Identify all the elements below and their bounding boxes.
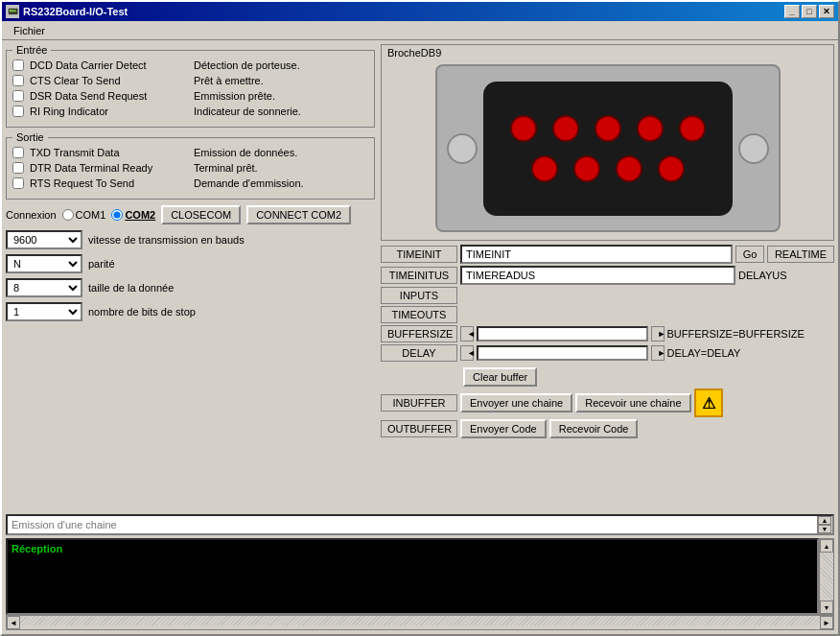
dtr-label: DTR Data Terminal Ready — [30, 162, 188, 174]
outbuffer-button[interactable]: OUTBUFFER — [381, 420, 457, 437]
dcd-label: DCD Data Carrier Detect — [30, 59, 188, 71]
reception-area: Réception — [6, 538, 819, 615]
dsr-label: DSR Data Send Request — [30, 90, 188, 102]
delay-button[interactable]: DELAY — [381, 344, 457, 362]
reception-vscrollbar: ▲ ▼ — [819, 538, 834, 615]
menu-fichier[interactable]: Fichier — [6, 23, 53, 38]
dcd-row: DCD Data Carrier Detect Détection de por… — [12, 59, 368, 71]
ri-label: RI Ring Indicator — [30, 106, 188, 117]
dsr-desc: Emmission prête. — [194, 90, 275, 102]
sortie-legend: Sortie — [12, 131, 48, 143]
pin-8 — [616, 155, 642, 182]
rts-checkbox[interactable] — [12, 177, 24, 189]
envoyer-code-button[interactable]: Envoyer Code — [460, 419, 547, 438]
title-bar: 📟 RS232Board-I/O-Test _ □ ✕ — [2, 2, 838, 21]
reception-scroll-up[interactable]: ▲ — [820, 539, 833, 553]
data-select[interactable]: 8765 — [6, 278, 82, 297]
stop-select[interactable]: 12 — [6, 302, 82, 321]
data-row: 8765 taille de la donnée — [6, 278, 375, 297]
dsr-checkbox[interactable] — [12, 90, 24, 102]
dtr-desc: Terminal prêt. — [194, 162, 258, 174]
maximize-button[interactable]: □ — [802, 5, 817, 18]
emission-input[interactable] — [8, 516, 817, 533]
ri-checkbox[interactable] — [12, 106, 24, 117]
go-button[interactable]: Go — [735, 246, 764, 263]
connexion-label: Connexion — [6, 209, 57, 221]
com2-label: COM2 — [125, 209, 155, 221]
buffersize-right-arrow[interactable]: ► — [651, 326, 665, 342]
pin-5 — [679, 115, 706, 142]
emission-scroll-down[interactable]: ▼ — [818, 525, 831, 533]
cts-label: CTS Clear To Send — [30, 75, 188, 86]
reception-container: Réception ▲ ▼ ◄ ► — [6, 538, 834, 630]
timereadus-input[interactable] — [460, 266, 735, 285]
reception-htrack — [20, 616, 820, 625]
recevoir-chaine-button[interactable]: Recevoir une chaine — [575, 393, 690, 412]
com2-radio-item: COM2 — [111, 209, 155, 221]
inputs-button[interactable]: INPUTS — [381, 287, 457, 304]
emission-scroll-up[interactable]: ▲ — [818, 516, 831, 525]
cts-checkbox[interactable] — [12, 75, 24, 86]
stop-label: nombre de bits de stop — [88, 306, 196, 318]
pin-4 — [637, 115, 664, 142]
reception-scroll-right[interactable]: ► — [820, 616, 833, 629]
delay-slider[interactable] — [477, 345, 648, 361]
window-icon: 📟 — [6, 5, 19, 18]
envoyer-chaine-button[interactable]: Envoyer une chaine — [460, 393, 572, 412]
buffersize-slider[interactable] — [477, 326, 648, 342]
com1-radio-item: COM1 — [62, 209, 106, 221]
dtr-checkbox[interactable] — [12, 162, 24, 174]
txd-row: TXD Transmit Data Emission de données. — [12, 147, 368, 158]
dsr-row: DSR Data Send Request Emmission prête. — [12, 90, 368, 102]
timeinitus-button[interactable]: TIMEINITUS — [381, 267, 457, 284]
sortie-group: Sortie TXD Transmit Data Emission de don… — [6, 131, 375, 200]
closecom-button[interactable]: CLOSECOM — [161, 205, 241, 224]
clear-buffer-button[interactable]: Clear buffer — [463, 367, 537, 387]
reception-scroll-down[interactable]: ▼ — [820, 601, 833, 614]
com2-radio[interactable] — [111, 209, 123, 221]
db9-title: BrocheDB9 — [387, 47, 828, 59]
warning-icon[interactable]: ⚠ — [694, 389, 723, 417]
dcd-checkbox[interactable] — [12, 59, 24, 71]
baud-row: 9600192003840057600115200 vitesse de tra… — [6, 230, 375, 249]
entree-group: Entrée DCD Data Carrier Detect Détection… — [6, 44, 375, 128]
connect-button[interactable]: CONNECT COM2 — [246, 205, 351, 224]
data-label: taille de la donnée — [88, 282, 174, 294]
baud-select[interactable]: 9600192003840057600115200 — [6, 230, 82, 249]
com1-label: COM1 — [76, 209, 106, 221]
pin-2 — [552, 115, 579, 142]
main-window: 📟 RS232Board-I/O-Test _ □ ✕ Fichier Entr… — [0, 0, 840, 636]
parity-select[interactable]: NEO — [6, 254, 82, 273]
minimize-button[interactable]: _ — [784, 5, 800, 18]
timeinit-button[interactable]: TIMEINIT — [381, 246, 457, 263]
reception-scroll-left[interactable]: ◄ — [7, 616, 20, 629]
pin-3 — [595, 115, 621, 142]
buffersize-value: BUFFERSIZE=BUFFERSIZE — [667, 328, 835, 340]
pin-7 — [573, 155, 600, 182]
txd-checkbox[interactable] — [12, 147, 24, 158]
cts-row: CTS Clear To Send Prêt à emettre. — [12, 75, 368, 86]
pin-9 — [658, 155, 685, 182]
dtr-row: DTR Data Terminal Ready Terminal prêt. — [12, 162, 368, 174]
delay-left-arrow[interactable]: ◄ — [460, 345, 474, 361]
close-button[interactable]: ✕ — [819, 5, 834, 18]
cts-desc: Prêt à emettre. — [194, 75, 264, 86]
realtime-button[interactable]: REALTIME — [767, 246, 834, 263]
buffersize-left-arrow[interactable]: ◄ — [460, 326, 474, 342]
reception-vtrack — [820, 553, 833, 601]
timeouts-button[interactable]: TIMEOUTS — [381, 306, 457, 323]
inbuffer-button[interactable]: INBUFFER — [381, 394, 457, 412]
baud-label: vitesse de transmission en bauds — [88, 234, 245, 246]
txd-label: TXD Transmit Data — [30, 147, 188, 158]
window-title: RS232Board-I/O-Test — [23, 6, 128, 17]
recevoir-code-button[interactable]: Recevoir Code — [549, 419, 639, 438]
buffersize-button[interactable]: BUFFERSIZE — [381, 325, 457, 342]
rts-desc: Demande d'emmission. — [194, 177, 304, 189]
db9-area: BrocheDB9 — [381, 44, 834, 241]
reception-hscrollbar: ◄ ► — [6, 615, 834, 630]
com1-radio[interactable] — [62, 209, 74, 221]
timeinit-input[interactable] — [460, 245, 733, 264]
pin-1 — [510, 115, 537, 142]
emission-container: ▲ ▼ — [6, 514, 834, 535]
delay-right-arrow[interactable]: ► — [651, 345, 665, 361]
